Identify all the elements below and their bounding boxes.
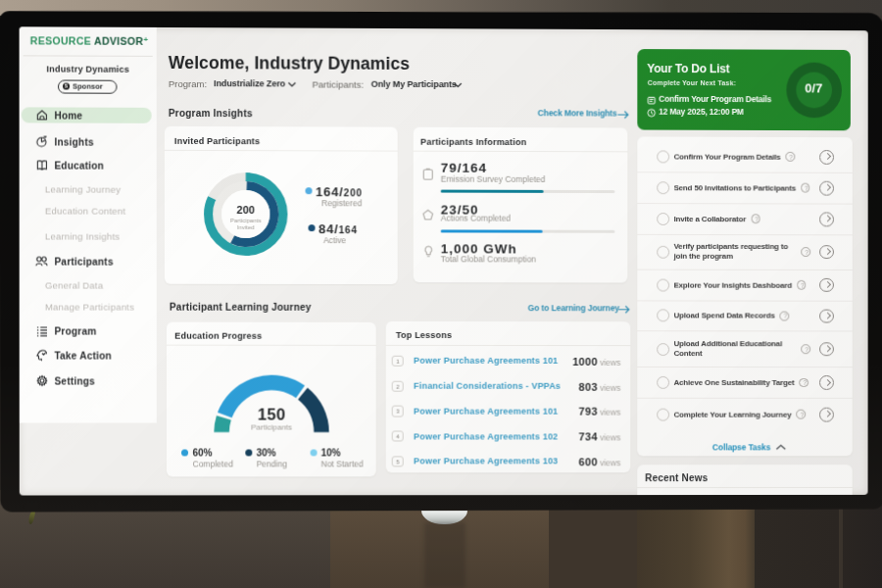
svg-text:Invited: Invited <box>237 224 255 230</box>
svg-text:200: 200 <box>237 204 255 216</box>
svg-text:Participants: Participants <box>230 218 261 223</box>
